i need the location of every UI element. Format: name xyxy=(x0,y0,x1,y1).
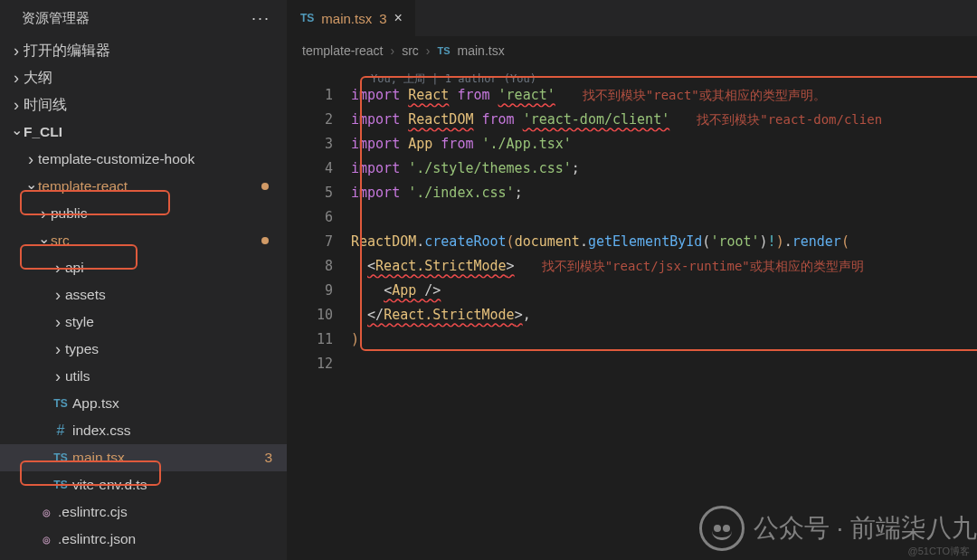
tab-main-tsx[interactable]: TS main.tsx 3 × xyxy=(288,0,416,36)
line-number: 2 xyxy=(288,108,351,132)
line-number: 3 xyxy=(288,132,351,157)
file-eslintrc-cjs[interactable]: ◎ .eslintrc.cjs xyxy=(0,498,287,526)
folder-types[interactable]: types xyxy=(0,336,287,363)
chevron-right-icon xyxy=(51,313,65,332)
breadcrumb-segment[interactable]: src xyxy=(402,43,419,58)
ts-file-icon: TS xyxy=(51,479,71,491)
chevron-down-icon xyxy=(24,178,38,195)
folder-assets[interactable]: assets xyxy=(0,281,287,308)
line-number: 10 xyxy=(288,303,351,327)
ts-file-icon: TS xyxy=(438,45,451,56)
error-hint: 找不到模块"react/jsx-runtime"或其相应的类型声明 xyxy=(542,259,864,273)
modified-dot-icon xyxy=(261,237,269,244)
folder-template-customize-hook[interactable]: template-customize-hook xyxy=(0,146,287,173)
editor-tabs: TS main.tsx 3 × xyxy=(288,0,977,36)
sidebar-title: 资源管理器 xyxy=(22,10,90,27)
chevron-down-icon xyxy=(9,124,24,141)
chevron-right-icon xyxy=(24,150,38,169)
ts-file-icon: TS xyxy=(51,397,71,410)
error-hint: 找不到模块"react"或其相应的类型声明。 xyxy=(583,88,826,102)
line-number: 7 xyxy=(288,230,351,254)
line-number: 5 xyxy=(288,181,351,205)
folder-public[interactable]: public xyxy=(0,200,287,227)
section-timeline[interactable]: 时间线 xyxy=(0,91,287,119)
explorer-sidebar: 资源管理器 ··· 打开的编辑器 大纲 时间线 F_CLI template-c… xyxy=(0,0,288,560)
breadcrumb[interactable]: template-react › src › TS main.tsx xyxy=(288,36,977,65)
chevron-right-icon xyxy=(51,340,65,359)
section-outline[interactable]: 大纲 xyxy=(0,64,287,91)
section-project[interactable]: F_CLI xyxy=(0,119,287,146)
code-editor[interactable]: You, 上周 | 1 author (You) 1import React f… xyxy=(288,65,977,560)
chevron-right-icon xyxy=(9,69,24,88)
folder-src[interactable]: src xyxy=(0,227,287,254)
close-tab-icon[interactable]: × xyxy=(394,10,403,26)
line-number: 1 xyxy=(288,83,351,108)
ts-file-icon: TS xyxy=(51,451,71,464)
error-count-badge: 3 xyxy=(264,450,272,466)
file-index-css[interactable]: # index.css xyxy=(0,417,287,444)
chevron-right-icon xyxy=(9,42,24,61)
section-open-editors[interactable]: 打开的编辑器 xyxy=(0,37,287,64)
folder-style[interactable]: style xyxy=(0,308,287,336)
chevron-right-icon: › xyxy=(426,43,431,58)
explorer-tree: 打开的编辑器 大纲 时间线 F_CLI template-customize-h… xyxy=(0,37,287,553)
breadcrumb-segment[interactable]: template-react xyxy=(302,43,383,58)
modified-dot-icon xyxy=(261,183,269,190)
config-file-icon: ◎ xyxy=(36,535,56,545)
sidebar-header: 资源管理器 ··· xyxy=(0,0,287,37)
line-number: 11 xyxy=(288,327,351,352)
file-vite-env[interactable]: TS vite-env.d.ts xyxy=(0,471,287,498)
chevron-right-icon xyxy=(51,367,65,386)
line-number: 6 xyxy=(288,205,351,230)
chevron-right-icon xyxy=(36,204,51,223)
chevron-right-icon xyxy=(51,286,65,305)
config-file-icon: ◎ xyxy=(36,508,56,517)
chevron-right-icon: › xyxy=(390,43,394,58)
line-number: 8 xyxy=(288,254,351,279)
watermark-small: @51CTO博客 xyxy=(908,545,970,558)
folder-utils[interactable]: utils xyxy=(0,363,287,390)
line-number: 4 xyxy=(288,157,351,181)
css-file-icon: # xyxy=(51,422,71,439)
chevron-right-icon xyxy=(9,96,24,115)
folder-api[interactable]: api xyxy=(0,254,287,281)
line-number: 9 xyxy=(288,279,351,303)
file-main-tsx[interactable]: TS main.tsx 3 xyxy=(0,444,287,471)
line-number: 12 xyxy=(288,352,351,376)
file-eslintrc-json[interactable]: ◎ .eslintrc.json xyxy=(0,526,287,553)
ts-file-icon: TS xyxy=(300,12,314,24)
error-hint: 找不到模块"react-dom/clien xyxy=(697,112,882,127)
more-actions-icon[interactable]: ··· xyxy=(251,9,270,28)
chevron-right-icon xyxy=(51,259,65,278)
editor-area: TS main.tsx 3 × template-react › src › T… xyxy=(288,0,977,560)
chevron-down-icon xyxy=(36,233,51,250)
tab-error-count: 3 xyxy=(379,11,386,26)
file-app-tsx[interactable]: TS App.tsx xyxy=(0,390,287,417)
folder-template-react[interactable]: template-react xyxy=(0,173,287,200)
codelens[interactable]: You, 上周 | 1 author (You) xyxy=(288,67,977,83)
breadcrumb-segment[interactable]: main.tsx xyxy=(458,43,505,58)
